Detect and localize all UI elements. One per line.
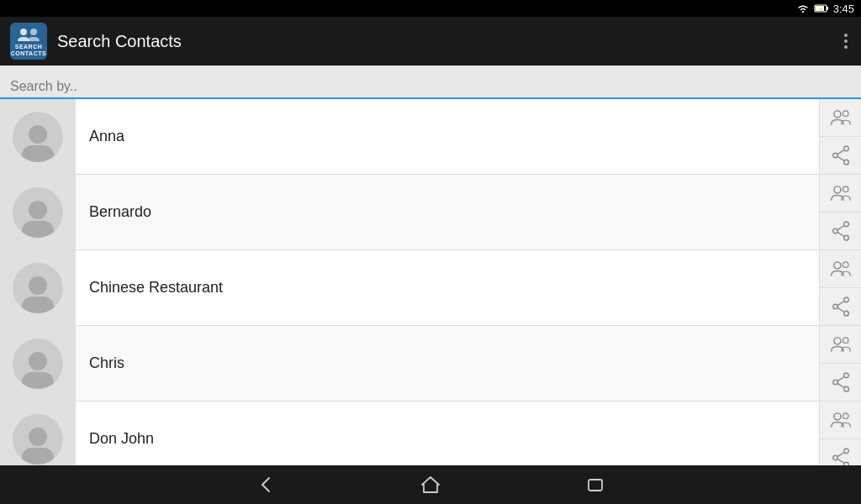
app-logo-icon xyxy=(17,26,40,43)
svg-point-23 xyxy=(843,297,848,302)
avatar-silhouette xyxy=(13,187,63,238)
avatar-head xyxy=(29,352,47,370)
svg-point-31 xyxy=(832,380,837,385)
svg-point-25 xyxy=(843,311,848,316)
group-contact-button[interactable] xyxy=(820,175,861,213)
contact-name: Don John xyxy=(76,402,819,465)
back-button[interactable] xyxy=(251,470,281,500)
recents-button[interactable] xyxy=(580,470,610,500)
share-icon xyxy=(830,447,852,465)
svg-line-12 xyxy=(837,150,844,155)
svg-line-27 xyxy=(837,307,844,312)
svg-line-19 xyxy=(837,226,844,230)
svg-point-8 xyxy=(843,111,848,117)
overflow-menu-button[interactable] xyxy=(841,27,851,55)
contact-avatar xyxy=(0,402,76,465)
svg-point-10 xyxy=(832,153,837,158)
avatar-body xyxy=(22,372,54,389)
contact-name: Chris xyxy=(76,326,819,401)
svg-line-13 xyxy=(837,156,844,160)
app-icon: SEARCH CONTACTS xyxy=(10,23,47,60)
svg-line-41 xyxy=(837,459,844,463)
svg-point-14 xyxy=(833,186,840,193)
group-contact-button[interactable] xyxy=(820,99,861,137)
group-icon xyxy=(830,258,852,280)
avatar-body xyxy=(22,221,54,238)
status-bar: ⚡ 3:45 xyxy=(0,0,861,17)
contact-item[interactable]: Anna xyxy=(0,99,861,175)
contact-name: Bernardo xyxy=(76,175,819,249)
app-icon-text-top: SEARCH xyxy=(15,44,43,50)
back-icon xyxy=(254,473,277,496)
contact-actions xyxy=(819,326,861,401)
svg-point-9 xyxy=(843,146,848,151)
share-icon xyxy=(830,371,852,393)
menu-dot xyxy=(844,39,848,43)
navigation-bar xyxy=(0,465,861,504)
contact-item[interactable]: Don John xyxy=(0,402,861,465)
contact-avatar xyxy=(0,99,76,174)
svg-point-28 xyxy=(833,338,840,344)
svg-line-20 xyxy=(837,232,844,236)
contact-actions xyxy=(819,250,861,325)
svg-point-6 xyxy=(30,29,37,35)
share-icon xyxy=(830,144,852,166)
share-contact-button[interactable] xyxy=(820,364,861,401)
svg-point-38 xyxy=(832,455,837,460)
group-contact-button[interactable] xyxy=(820,250,861,288)
group-icon xyxy=(830,182,852,204)
menu-dot xyxy=(844,45,848,49)
avatar-head xyxy=(29,276,47,295)
contact-actions xyxy=(819,175,861,249)
avatar-head xyxy=(29,125,47,144)
svg-point-29 xyxy=(843,338,848,344)
avatar-silhouette xyxy=(13,339,63,389)
svg-text:⚡: ⚡ xyxy=(818,7,824,13)
home-icon xyxy=(419,473,442,496)
avatar xyxy=(13,112,63,162)
search-input[interactable] xyxy=(10,79,851,97)
share-contact-button[interactable] xyxy=(820,213,861,249)
wifi-icon xyxy=(796,3,810,13)
contact-avatar xyxy=(0,250,76,325)
contact-actions xyxy=(819,402,861,465)
contact-avatar xyxy=(0,175,76,249)
status-time: 3:45 xyxy=(833,3,854,15)
svg-point-7 xyxy=(833,111,840,118)
status-icons: ⚡ 3:45 xyxy=(796,3,854,15)
search-bar xyxy=(0,66,861,99)
svg-point-35 xyxy=(833,413,840,420)
svg-point-32 xyxy=(843,386,848,391)
avatar-body xyxy=(22,297,54,313)
svg-point-18 xyxy=(843,235,848,240)
svg-rect-43 xyxy=(589,480,602,491)
svg-point-16 xyxy=(843,222,848,227)
avatar xyxy=(13,414,63,465)
contact-item[interactable]: Chinese Restaurant xyxy=(0,250,861,326)
contact-item[interactable]: Bernardo xyxy=(0,175,861,250)
group-contact-button[interactable] xyxy=(820,402,861,439)
group-icon xyxy=(830,409,852,431)
avatar xyxy=(13,339,63,389)
group-contact-button[interactable] xyxy=(820,326,861,364)
share-icon xyxy=(830,220,852,242)
contact-name: Anna xyxy=(76,99,819,174)
share-contact-button[interactable] xyxy=(820,439,861,465)
avatar xyxy=(13,263,63,313)
svg-point-37 xyxy=(843,449,848,454)
battery-icon: ⚡ xyxy=(814,3,829,13)
svg-point-15 xyxy=(843,186,848,192)
share-icon xyxy=(830,296,852,318)
svg-rect-3 xyxy=(827,7,828,10)
share-contact-button[interactable] xyxy=(820,288,861,325)
home-button[interactable] xyxy=(415,470,446,500)
share-contact-button[interactable] xyxy=(820,137,861,174)
app-title: Search Contacts xyxy=(57,32,831,51)
app-bar: SEARCH CONTACTS Search Contacts xyxy=(0,17,861,66)
contact-avatar xyxy=(0,326,76,401)
contact-actions xyxy=(819,99,861,174)
svg-point-30 xyxy=(843,373,848,378)
svg-point-11 xyxy=(843,160,848,165)
svg-point-24 xyxy=(832,304,837,309)
contact-item[interactable]: Chris xyxy=(0,326,861,402)
